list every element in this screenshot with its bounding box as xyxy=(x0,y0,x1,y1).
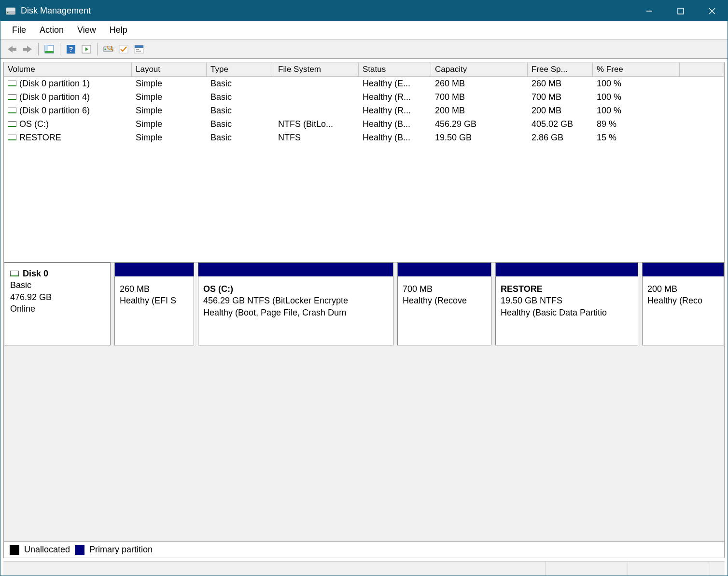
maximize-button[interactable] xyxy=(665,0,696,21)
volume-list-header: Volume Layout Type File System Status Ca… xyxy=(4,62,724,77)
disk-size: 476.92 GB xyxy=(10,291,104,303)
svg-rect-11 xyxy=(45,51,54,53)
svg-point-17 xyxy=(104,48,106,50)
window-controls xyxy=(633,0,728,21)
svg-rect-20 xyxy=(119,45,128,53)
partition-detail: 456.29 GB NTFS (BitLocker Encrypte xyxy=(203,295,388,306)
menu-file[interactable]: File xyxy=(5,22,33,38)
volume-name: (Disk 0 partition 1) xyxy=(19,79,90,89)
swatch-unallocated xyxy=(10,545,19,555)
volume-pfree: 100 % xyxy=(593,91,680,103)
volume-capacity: 200 MB xyxy=(431,105,528,117)
volume-row[interactable]: RESTORESimpleBasicNTFSHealthy (B...19.50… xyxy=(4,131,724,144)
volume-row[interactable]: (Disk 0 partition 4)SimpleBasicHealthy (… xyxy=(4,90,724,104)
volume-fs: NTFS xyxy=(274,132,359,144)
disk-state: Online xyxy=(10,303,104,315)
titlebar: Disk Management xyxy=(0,0,728,21)
window-title: Disk Management xyxy=(21,6,633,16)
statusbar xyxy=(3,561,725,576)
menu-help[interactable]: Help xyxy=(103,22,134,38)
forward-button[interactable] xyxy=(21,42,34,56)
col-pfree[interactable]: % Free xyxy=(593,63,680,76)
volume-row[interactable]: (Disk 0 partition 1)SimpleBasicHealthy (… xyxy=(4,77,724,90)
refresh-button[interactable] xyxy=(80,42,93,56)
volume-pfree: 100 % xyxy=(593,78,680,90)
volume-pfree: 100 % xyxy=(593,105,680,117)
partition-stripe xyxy=(643,263,724,276)
app-icon xyxy=(5,6,16,16)
volume-row[interactable]: OS (C:)SimpleBasicNTFS (BitLo...Healthy … xyxy=(4,117,724,131)
col-volume[interactable]: Volume xyxy=(4,63,132,76)
col-status[interactable]: Status xyxy=(359,63,431,76)
disk-row: Disk 0 Basic 476.92 GB Online 260 MBHeal… xyxy=(4,262,724,345)
volume-status: Healthy (R... xyxy=(359,91,431,103)
volume-status: Healthy (B... xyxy=(359,132,431,144)
volume-layout: Simple xyxy=(132,118,207,130)
toolbar: ? xyxy=(0,40,728,59)
disk-type: Basic xyxy=(10,279,104,291)
partition-detail: 700 MB xyxy=(403,283,486,295)
volume-type: Basic xyxy=(207,105,274,117)
volume-pfree: 15 % xyxy=(593,132,680,144)
minimize-button[interactable] xyxy=(633,0,665,21)
volume-status: Healthy (R... xyxy=(359,105,431,117)
col-fs[interactable]: File System xyxy=(274,63,359,76)
svg-point-2 xyxy=(7,12,9,13)
volume-list[interactable]: Volume Layout Type File System Status Ca… xyxy=(4,62,724,262)
volume-type: Basic xyxy=(207,132,274,144)
status-cell xyxy=(546,562,628,576)
svg-text:?: ? xyxy=(69,45,73,53)
partition-block[interactable]: 200 MBHealthy (Reco xyxy=(642,262,724,345)
svg-rect-24 xyxy=(136,51,141,52)
volume-fs: NTFS (BitLo... xyxy=(274,118,359,130)
col-capacity[interactable]: Capacity xyxy=(431,63,528,76)
status-cell xyxy=(710,562,725,576)
volume-layout: Simple xyxy=(132,78,207,90)
menu-action[interactable]: Action xyxy=(33,22,70,38)
rescan-disks-button[interactable] xyxy=(101,42,115,56)
toolbar-separator xyxy=(38,43,39,55)
col-type[interactable]: Type xyxy=(207,63,274,76)
settings-button[interactable] xyxy=(132,42,146,56)
partition-detail: 260 MB xyxy=(120,283,189,295)
drive-icon xyxy=(8,81,16,86)
col-spacer xyxy=(680,63,724,76)
partition-block[interactable]: RESTORE19.50 GB NTFSHealthy (Basic Data … xyxy=(495,262,638,345)
volume-status: Healthy (E... xyxy=(359,78,431,90)
show-hide-tree-button[interactable] xyxy=(42,42,56,56)
partition-status: Healthy (EFI S xyxy=(120,295,189,306)
col-layout[interactable]: Layout xyxy=(132,63,207,76)
menubar: File Action View Help xyxy=(0,21,728,40)
partition-status: Healthy (Reco xyxy=(647,295,719,306)
apply-button[interactable] xyxy=(117,42,130,56)
col-free[interactable]: Free Sp... xyxy=(528,63,593,76)
volume-layout: Simple xyxy=(132,105,207,117)
disk-info[interactable]: Disk 0 Basic 476.92 GB Online xyxy=(4,262,111,345)
partition-block[interactable]: 700 MBHealthy (Recove xyxy=(397,262,491,345)
volume-free: 405.02 GB xyxy=(528,118,593,130)
partition-status: Healthy (Basic Data Partitio xyxy=(501,307,633,318)
help-button[interactable]: ? xyxy=(64,42,78,56)
volume-free: 260 MB xyxy=(528,78,593,90)
partition-block[interactable]: OS (C:)456.29 GB NTFS (BitLocker Encrypt… xyxy=(198,262,393,345)
volume-layout: Simple xyxy=(132,91,207,103)
svg-marker-7 xyxy=(8,46,16,53)
toolbar-separator xyxy=(97,43,98,55)
svg-rect-22 xyxy=(135,45,143,48)
volume-status: Healthy (B... xyxy=(359,118,431,130)
close-button[interactable] xyxy=(696,0,728,21)
partition-block[interactable]: 260 MBHealthy (EFI S xyxy=(114,262,194,345)
disk-graphical-pane: Disk 0 Basic 476.92 GB Online 260 MBHeal… xyxy=(4,262,724,558)
volume-row[interactable]: (Disk 0 partition 6)SimpleBasicHealthy (… xyxy=(4,104,724,117)
partition-stripe xyxy=(198,263,393,276)
back-button[interactable] xyxy=(5,42,19,56)
volume-name: RESTORE xyxy=(19,133,61,143)
volume-capacity: 260 MB xyxy=(431,78,528,90)
partition-status: Healthy (Recove xyxy=(403,295,486,306)
volume-type: Basic xyxy=(207,118,274,130)
menu-view[interactable]: View xyxy=(70,22,103,38)
legend-primary: Primary partition xyxy=(89,545,153,555)
volume-name: (Disk 0 partition 6) xyxy=(19,106,90,116)
volume-capacity: 700 MB xyxy=(431,91,528,103)
svg-marker-8 xyxy=(23,46,32,53)
